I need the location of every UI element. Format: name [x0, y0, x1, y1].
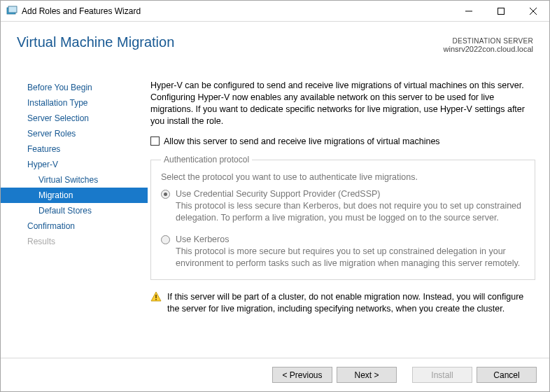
svg-line-4 — [530, 8, 537, 15]
nav-default-stores[interactable]: Default Stores — [1, 203, 148, 218]
destination-label: DESTINATION SERVER — [444, 37, 533, 45]
content-pane: Hyper-V can be configured to send and re… — [148, 76, 542, 358]
titlebar: Add Roles and Features Wizard — [1, 1, 549, 22]
auth-hint: Select the protocol you want to use to a… — [161, 172, 525, 183]
svg-rect-8 — [155, 299, 157, 300]
kerberos-radio[interactable] — [161, 235, 170, 244]
nav-results: Results — [1, 234, 148, 249]
page-title: Virtual Machine Migration — [17, 34, 174, 76]
allow-migrations-checkbox[interactable] — [150, 136, 160, 146]
server-manager-icon — [6, 6, 17, 17]
nav-confirmation[interactable]: Confirmation — [1, 218, 148, 234]
kerberos-desc: This protocol is more secure but require… — [176, 246, 525, 270]
minimize-button[interactable] — [453, 1, 485, 22]
allow-migrations-label: Allow this server to send and receive li… — [164, 136, 440, 148]
intro-text: Hyper-V can be configured to send and re… — [150, 80, 535, 127]
credssp-label: Use Credential Security Support Provider… — [176, 188, 525, 200]
kerberos-label: Use Kerberos — [176, 234, 525, 246]
nav-hyper-v[interactable]: Hyper-V — [1, 157, 148, 172]
auth-protocol-group: Authentication protocol Select the proto… — [150, 154, 535, 279]
wizard-nav: Before You Begin Installation Type Serve… — [1, 76, 148, 358]
destination-block: DESTINATION SERVER winsrv2022con.cloud.l… — [444, 34, 533, 76]
destination-value: winsrv2022con.cloud.local — [444, 45, 533, 53]
maximize-button[interactable] — [485, 1, 517, 22]
nav-virtual-switches[interactable]: Virtual Switches — [1, 172, 148, 188]
footer: < Previous Next > Install Cancel — [1, 358, 549, 391]
allow-migrations-row: Allow this server to send and receive li… — [150, 136, 535, 148]
wizard-window: Add Roles and Features Wizard Virtual Ma… — [0, 0, 550, 392]
previous-button[interactable]: < Previous — [272, 367, 332, 383]
svg-rect-1 — [8, 6, 17, 13]
warning-icon — [150, 291, 162, 302]
svg-line-5 — [530, 8, 537, 15]
window-title: Add Roles and Features Wizard — [22, 6, 453, 16]
credssp-desc: This protocol is less secure than Kerber… — [176, 200, 525, 224]
header: Virtual Machine Migration DESTINATION SE… — [1, 22, 549, 76]
cluster-warning-text: If this server will be part of a cluster… — [167, 291, 535, 315]
nav-migration[interactable]: Migration — [1, 188, 148, 203]
kerberos-body: Use Kerberos This protocol is more secur… — [176, 234, 525, 270]
nav-installation-type[interactable]: Installation Type — [1, 95, 148, 111]
nav-before-you-begin[interactable]: Before You Begin — [1, 80, 148, 95]
install-button: Install — [412, 367, 472, 383]
close-button[interactable] — [517, 1, 549, 22]
svg-rect-7 — [155, 295, 157, 298]
auth-option-credssp: Use Credential Security Support Provider… — [161, 188, 525, 224]
body: Before You Begin Installation Type Serve… — [1, 76, 549, 358]
auth-option-kerberos: Use Kerberos This protocol is more secur… — [161, 234, 525, 270]
auth-legend: Authentication protocol — [161, 154, 252, 165]
credssp-body: Use Credential Security Support Provider… — [176, 188, 525, 224]
credssp-radio[interactable] — [161, 190, 170, 199]
nav-features[interactable]: Features — [1, 141, 148, 157]
next-button[interactable]: Next > — [337, 367, 397, 383]
cancel-button[interactable]: Cancel — [477, 367, 537, 383]
window-controls — [453, 1, 549, 21]
cluster-warning: If this server will be part of a cluster… — [150, 291, 535, 315]
nav-server-selection[interactable]: Server Selection — [1, 111, 148, 126]
nav-server-roles[interactable]: Server Roles — [1, 126, 148, 141]
svg-rect-3 — [498, 8, 505, 15]
